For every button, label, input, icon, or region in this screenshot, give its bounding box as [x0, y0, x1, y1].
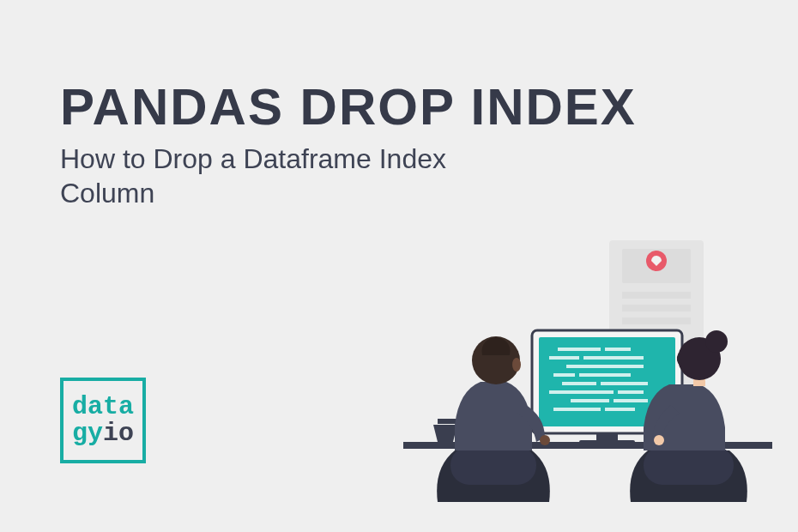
logo-text-gy: gy	[72, 419, 103, 448]
svg-rect-23	[571, 399, 609, 402]
logo-line-2: gyio	[72, 420, 134, 448]
svg-rect-31	[644, 446, 734, 485]
svg-rect-13	[605, 348, 631, 351]
svg-rect-21	[549, 390, 614, 394]
svg-rect-25	[553, 408, 601, 411]
svg-rect-22	[618, 390, 644, 394]
brand-logo: data gyio	[60, 378, 146, 463]
svg-point-35	[705, 330, 728, 353]
logo-text-io: io	[103, 419, 134, 448]
people-coding-icon	[403, 232, 772, 506]
svg-rect-19	[562, 382, 596, 385]
svg-rect-17	[553, 373, 575, 377]
hero-illustration	[403, 232, 772, 506]
svg-rect-11	[579, 440, 635, 445]
svg-point-30	[512, 358, 521, 372]
svg-rect-20	[601, 382, 648, 385]
svg-rect-27	[450, 446, 536, 485]
svg-rect-5	[622, 317, 691, 324]
page-title: PANDAS DROP INDEX	[60, 77, 637, 136]
svg-rect-18	[579, 373, 631, 377]
svg-rect-3	[622, 292, 691, 299]
svg-point-32	[654, 435, 664, 445]
svg-rect-26	[605, 408, 635, 411]
page-subtitle: How to Drop a Dataframe Index Column	[60, 142, 506, 210]
svg-rect-16	[566, 365, 644, 368]
svg-rect-12	[558, 348, 601, 351]
svg-point-28	[540, 435, 550, 445]
logo-line-1: data	[72, 394, 134, 421]
svg-rect-15	[583, 356, 644, 360]
svg-rect-14	[549, 356, 579, 360]
svg-rect-24	[614, 399, 648, 402]
svg-rect-7	[438, 419, 456, 424]
svg-rect-4	[622, 305, 691, 311]
